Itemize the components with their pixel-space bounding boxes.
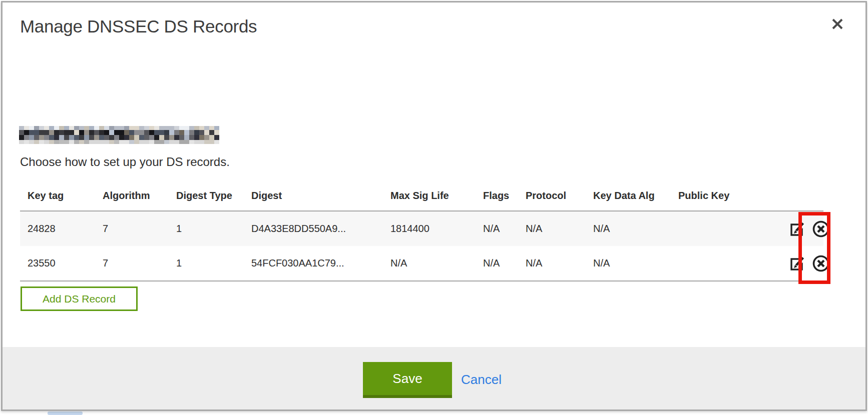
col-header-flags: Flags <box>476 182 518 211</box>
cell-max-sig-life: 1814400 <box>383 211 476 246</box>
cell-digest: D4A33E8DD550A9... <box>244 211 383 246</box>
save-button[interactable]: Save <box>363 362 452 398</box>
redacted-domain-name <box>19 126 219 144</box>
col-header-public-key: Public Key <box>671 182 781 211</box>
cell-digest-type: 1 <box>169 246 244 281</box>
add-ds-record-button[interactable]: Add DS Record <box>21 286 138 311</box>
cell-algorithm: 7 <box>95 211 169 246</box>
table-row: 24828 7 1 D4A33E8DD550A9... 1814400 N/A … <box>20 211 823 246</box>
dialog-footer: Save Cancel <box>3 347 865 410</box>
col-header-protocol: Protocol <box>518 182 586 211</box>
table-header-row: Key tag Algorithm Digest Type Digest Max… <box>20 182 823 211</box>
close-icon[interactable] <box>828 15 846 33</box>
cancel-link[interactable]: Cancel <box>461 372 502 388</box>
edit-pencil-square-icon <box>788 220 807 238</box>
cell-protocol: N/A <box>518 246 586 281</box>
cell-key-tag: 24828 <box>20 211 95 246</box>
col-header-digest: Digest <box>244 182 383 211</box>
cell-protocol: N/A <box>518 211 586 246</box>
col-header-max-sig-life: Max Sig Life <box>383 182 476 211</box>
edit-pencil-square-icon <box>788 254 807 273</box>
col-header-key-data-alg: Key Data Alg <box>586 182 671 211</box>
cell-flags: N/A <box>476 246 518 281</box>
col-header-key-tag: Key tag <box>20 182 95 211</box>
cell-digest: 54FCF030AA1C79... <box>244 246 383 281</box>
dialog-title: Manage DNSSEC DS Records <box>20 16 257 36</box>
cell-public-key <box>671 211 781 246</box>
circle-x-delete-icon <box>811 220 830 238</box>
col-header-algorithm: Algorithm <box>95 182 169 211</box>
cell-key-data-alg: N/A <box>586 246 671 281</box>
circle-x-delete-icon <box>811 254 830 273</box>
delete-record-button[interactable] <box>811 254 830 273</box>
cell-public-key <box>671 246 781 281</box>
table-row: 23550 7 1 54FCF030AA1C79... N/A N/A N/A … <box>20 246 823 281</box>
delete-record-button[interactable] <box>811 220 830 238</box>
edit-record-button[interactable] <box>788 254 807 273</box>
edit-record-button[interactable] <box>788 220 807 238</box>
col-header-digest-type: Digest Type <box>169 182 244 211</box>
cell-digest-type: 1 <box>169 211 244 246</box>
manage-dnssec-ds-records-dialog: Manage DNSSEC DS Records Choose how to s… <box>1 1 867 411</box>
cell-algorithm: 7 <box>95 246 169 281</box>
cell-max-sig-life: N/A <box>383 246 476 281</box>
background-page-fragment <box>48 412 83 415</box>
col-header-actions <box>781 182 823 211</box>
ds-records-table: Key tag Algorithm Digest Type Digest Max… <box>20 182 823 282</box>
cell-actions <box>781 211 823 246</box>
setup-instruction-text: Choose how to set up your DS records. <box>20 155 230 169</box>
cell-actions <box>781 246 823 281</box>
cell-key-tag: 23550 <box>20 246 95 281</box>
cell-key-data-alg: N/A <box>586 211 671 246</box>
cell-flags: N/A <box>476 211 518 246</box>
close-x-icon <box>828 15 846 33</box>
